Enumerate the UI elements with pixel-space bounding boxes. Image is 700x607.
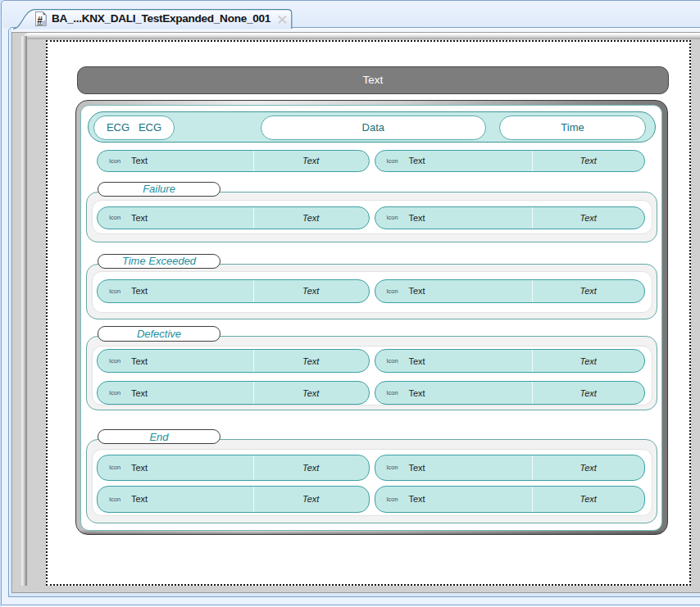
- svg-text:BA_...KNX_DALI_TestExpanded_No: BA_...KNX_DALI_TestExpanded_None_001: [52, 12, 271, 25]
